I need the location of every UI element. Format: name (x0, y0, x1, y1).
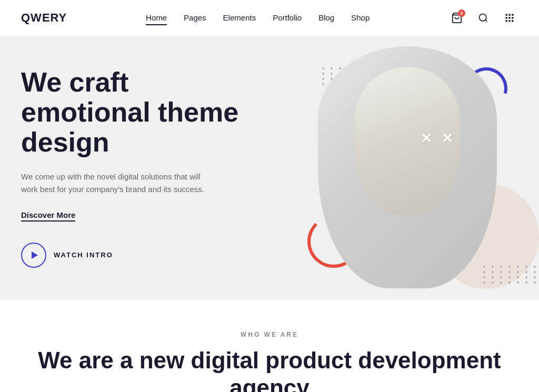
svg-rect-8 (506, 20, 507, 22)
grid-button[interactable] (501, 9, 518, 26)
who-we-are-section: WHO WE ARE We are a new digital product … (0, 299, 539, 392)
svg-rect-2 (506, 14, 507, 16)
navbar: QWERY Home Pages Elements Portfolio Blog… (0, 0, 539, 36)
hero-description: We come up with the novel digital soluti… (21, 170, 216, 196)
cart-button[interactable]: 0 (448, 9, 465, 26)
svg-rect-5 (506, 17, 507, 18)
svg-rect-7 (512, 17, 513, 18)
svg-rect-3 (508, 14, 510, 16)
svg-rect-4 (512, 14, 513, 16)
hero-image-area: ✕ ✕ (244, 36, 539, 299)
play-triangle-icon (32, 252, 38, 259)
nav-elements[interactable]: Elements (223, 13, 256, 23)
dot-grid-bottom-right (483, 266, 539, 284)
nav-home[interactable]: Home (146, 13, 167, 23)
search-icon (478, 13, 488, 23)
nav-icons: 0 (448, 9, 518, 26)
nav-blog[interactable]: Blog (318, 13, 334, 23)
hero-section: We craft emotional theme design We come … (0, 36, 539, 299)
nav-links: Home Pages Elements Portfolio Blog Shop (146, 13, 370, 23)
watch-intro-button[interactable]: WATCH INTRO (21, 243, 113, 268)
hero-title: We craft emotional theme design (21, 67, 253, 158)
x-mark-right: ✕ (442, 130, 453, 147)
svg-point-1 (480, 14, 486, 21)
play-circle (21, 243, 46, 268)
svg-rect-10 (512, 20, 513, 22)
who-section-title: We are a new digital product development… (21, 347, 518, 392)
statue-image: ✕ ✕ (318, 46, 497, 288)
section-tag: WHO WE ARE (21, 331, 518, 338)
discover-more-link[interactable]: Discover More (21, 210, 75, 222)
cart-badge: 0 (458, 9, 465, 17)
grid-icon (504, 13, 515, 23)
svg-rect-9 (508, 20, 510, 22)
hero-content: We craft emotional theme design We come … (0, 36, 274, 299)
nav-shop[interactable]: Shop (351, 13, 370, 23)
svg-rect-6 (508, 17, 510, 18)
logo[interactable]: QWERY (21, 11, 67, 25)
x-mark-left: ✕ (421, 130, 432, 147)
nav-pages[interactable]: Pages (184, 13, 206, 23)
nav-portfolio[interactable]: Portfolio (273, 13, 302, 23)
watch-intro-label: WATCH INTRO (54, 251, 113, 259)
search-button[interactable] (475, 9, 492, 26)
